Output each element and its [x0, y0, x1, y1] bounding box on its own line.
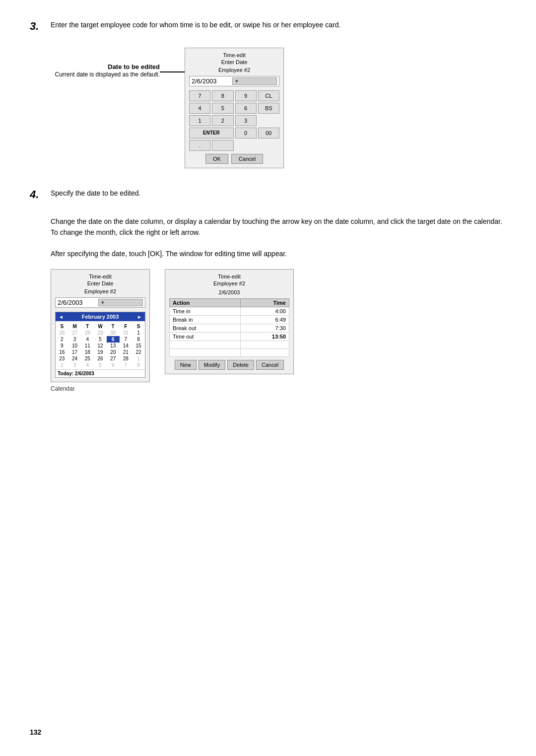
calendar-popup: ◄ February 2003 ► S M T W	[55, 312, 145, 378]
timeedit-dialog: Time-edit Employee #2 2/6/2003 Action Ti…	[165, 269, 294, 374]
cal-day[interactable]: 27	[107, 355, 120, 362]
cal-day[interactable]: 4	[81, 336, 94, 343]
cal-dialog-subtitle: Enter Date	[55, 280, 145, 286]
step3-number: 3.	[30, 20, 45, 33]
cal-day[interactable]: 7	[120, 362, 133, 368]
cal-day[interactable]: 8	[132, 362, 145, 368]
cal-day[interactable]: 2	[56, 336, 68, 343]
cal-day[interactable]: 26	[56, 330, 68, 336]
cal-day[interactable]: 3	[68, 336, 81, 343]
cal-day[interactable]: 2	[56, 362, 68, 368]
te-title: Time-edit	[169, 274, 289, 279]
page-number: 132	[30, 728, 41, 736]
cal-day[interactable]: 19	[94, 349, 107, 355]
cal-day[interactable]: 28	[81, 330, 94, 336]
numpad-dot[interactable]: .	[189, 140, 210, 151]
numpad-8[interactable]: 8	[212, 90, 233, 101]
ok-button[interactable]: OK	[205, 154, 228, 164]
numpad-1[interactable]: 1	[189, 115, 210, 126]
calendar-today: Today: 2/6/2003	[56, 369, 145, 377]
cal-day[interactable]: 24	[68, 355, 81, 362]
numpad-9[interactable]: 9	[235, 90, 257, 101]
calendar-header-row: S M T W T F S	[56, 323, 145, 330]
cal-day[interactable]: 5	[94, 362, 107, 368]
numpad-5[interactable]: 5	[212, 103, 233, 114]
cal-week-6: 2 3 4 5 6 7 8	[56, 362, 145, 368]
cal-dropdown-arrow[interactable]: ▼	[98, 299, 143, 306]
numpad-bs[interactable]: BS	[258, 103, 279, 114]
cal-day[interactable]: 18	[81, 349, 94, 355]
date-input[interactable]: 2/6/2003 ▼	[189, 76, 279, 86]
cal-day[interactable]: 6	[107, 362, 120, 368]
cal-week-2: 2 3 4 5 6 7 8	[56, 336, 145, 343]
timeedit-header-row: Action Time	[170, 299, 289, 307]
timeedit-table: Action Time Time in 4:00 Break in 6:49	[169, 298, 289, 357]
cal-day[interactable]: 13	[107, 343, 120, 349]
calendar-grid: S M T W T F S	[56, 323, 145, 368]
cal-day[interactable]: 1	[132, 330, 145, 336]
cal-day[interactable]: 27	[68, 330, 81, 336]
cal-day[interactable]: 12	[94, 343, 107, 349]
cal-day-selected[interactable]: 6	[107, 336, 120, 343]
numpad-4[interactable]: 4	[189, 103, 210, 114]
cal-day[interactable]: 9	[56, 343, 68, 349]
cal-day[interactable]: 26	[94, 355, 107, 362]
cal-day[interactable]: 7	[120, 336, 133, 343]
cal-day[interactable]: 31	[120, 330, 133, 336]
cal-day[interactable]: 22	[132, 349, 145, 355]
calendar-month-row: ◄ February 2003 ►	[56, 312, 145, 321]
cal-day[interactable]: 20	[107, 349, 120, 355]
numpad-00[interactable]: 00	[258, 128, 279, 138]
cal-date-input[interactable]: 2/6/2003 ▼	[55, 297, 145, 308]
step3-text: Enter the target employee code for whom …	[51, 20, 506, 30]
numpad-7[interactable]: 7	[189, 90, 210, 101]
cancel-button[interactable]: Cancel	[231, 154, 263, 164]
numpad-2[interactable]: 2	[212, 115, 233, 126]
cal-day[interactable]: 29	[94, 330, 107, 336]
cal-day[interactable]: 8	[132, 336, 145, 343]
table-row[interactable]: Time in 4:00	[170, 307, 289, 316]
cal-day[interactable]: 16	[56, 349, 68, 355]
next-month-btn[interactable]: ►	[137, 314, 142, 320]
col-action: Action	[170, 299, 241, 307]
prev-month-btn[interactable]: ◄	[59, 314, 64, 320]
dropdown-arrow[interactable]: ▼	[232, 77, 277, 85]
table-row[interactable]: Break in 6:49	[170, 316, 289, 324]
numpad-cl[interactable]: CL	[258, 90, 279, 101]
cal-day[interactable]: 28	[120, 355, 133, 362]
cal-dialog-employee: Employee #2	[55, 288, 145, 294]
cal-day[interactable]: 11	[81, 343, 94, 349]
delete-button[interactable]: Delete	[227, 360, 254, 370]
step3-content: Date to be edited Current date is displa…	[51, 48, 506, 168]
modify-button[interactable]: Modify	[199, 360, 225, 370]
numpad-enter[interactable]: ENTER	[189, 128, 234, 138]
cal-day[interactable]: 1	[132, 355, 145, 362]
cal-day[interactable]: 23	[56, 355, 68, 362]
new-button[interactable]: New	[175, 360, 197, 370]
cal-day[interactable]: 10	[68, 343, 81, 349]
cal-header-f: F	[120, 323, 133, 330]
col-time: Time	[241, 299, 289, 307]
cal-day[interactable]: 30	[107, 330, 120, 336]
te-cancel-button[interactable]: Cancel	[256, 360, 284, 370]
cal-week-1: 26 27 28 29 30 31 1	[56, 330, 145, 336]
cal-day[interactable]: 15	[132, 343, 145, 349]
timeedit-footer: New Modify Delete Cancel	[169, 360, 289, 370]
cal-week-4: 16 17 18 19 20 21 22	[56, 349, 145, 355]
numpad-3[interactable]: 3	[235, 115, 257, 126]
cal-day[interactable]: 21	[120, 349, 133, 355]
cal-day[interactable]: 25	[81, 355, 94, 362]
dialog-title: Time-edit	[189, 52, 279, 58]
numpad-6[interactable]: 6	[235, 103, 257, 114]
action-timein: Time in	[170, 307, 241, 316]
cal-day[interactable]: 14	[120, 343, 133, 349]
cal-day[interactable]: 5	[94, 336, 107, 343]
table-row[interactable]: Break out 7:30	[170, 324, 289, 333]
step4-para1: Change the date on the date column, or d…	[51, 216, 506, 238]
cal-day[interactable]: 17	[68, 349, 81, 355]
cal-day[interactable]: 4	[81, 362, 94, 368]
dialogs-row: Time-edit Enter Date Employee #2 2/6/200…	[51, 269, 506, 392]
numpad-0[interactable]: 0	[235, 128, 257, 138]
table-row[interactable]: Time out 13:50	[170, 333, 289, 341]
cal-day[interactable]: 3	[68, 362, 81, 368]
